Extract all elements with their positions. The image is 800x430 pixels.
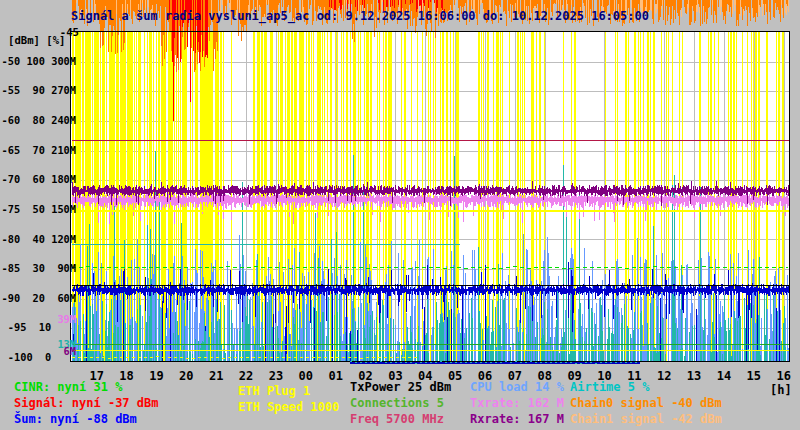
x-axis-unit-label: [h] — [770, 383, 792, 397]
graph-canvas — [0, 0, 800, 430]
y-axis-tick-label: -50 100 300M — [0, 56, 76, 67]
x-axis-tick-label: 00 — [299, 369, 313, 383]
graph-title: Signál a šum radia vysluni_ap5_ac od: 9.… — [71, 9, 649, 23]
x-axis-tick-label: 23 — [269, 369, 283, 383]
y-axis-tick-label: -80 40 120M — [0, 234, 76, 245]
y-axis-units-label: [dBm] [%] — [8, 34, 65, 46]
x-axis-tick-label: 19 — [149, 369, 163, 383]
legend-item: Airtime 5 % — [570, 381, 649, 394]
y-axis-tick-label: -90 20 60M — [0, 293, 76, 304]
legend-item: Signál: nyní -37 dBm — [14, 397, 159, 410]
y-axis-special-label: 39M — [0, 314, 76, 325]
legend-item: TxPower 25 dBm — [350, 381, 451, 394]
y-axis-tick-label: -75 50 150M — [0, 204, 76, 215]
y-axis-tick-label: -65 70 210M — [0, 145, 76, 156]
legend-item: Freq 5700 MHz — [350, 413, 444, 426]
legend-item: Txrate: 162 M — [470, 397, 564, 410]
legend-item: Chain1 signal -42 dBm — [570, 413, 722, 426]
x-axis-tick-label: 12 — [657, 369, 671, 383]
legend-item: CPU load 14 % — [470, 381, 564, 394]
y-axis-tick-label: -60 80 240M — [0, 115, 76, 126]
y-axis-tick-label: -55 90 270M — [0, 85, 76, 96]
x-axis-tick-label: 13 — [687, 369, 701, 383]
y-axis-tick-label: -70 60 180M — [0, 174, 76, 185]
legend-item: Rxrate: 167 M — [470, 413, 564, 426]
x-axis-tick-label: 20 — [179, 369, 193, 383]
x-axis-tick-label: 15 — [747, 369, 761, 383]
x-axis-tick-label: 21 — [209, 369, 223, 383]
x-axis-tick-label: 14 — [717, 369, 731, 383]
legend-item: Chain0 signal -40 dBm — [570, 397, 722, 410]
y-axis-special-label: 6M — [0, 346, 76, 357]
legend-item: Šum: nyní -88 dBm — [14, 413, 137, 426]
x-axis-tick-label: 22 — [239, 369, 253, 383]
legend-item: ETH Speed 1000 — [238, 401, 339, 414]
y-axis-tick-label: -85 30 90M — [0, 263, 76, 274]
legend-item: CINR: nyní 31 % — [14, 381, 122, 394]
x-axis-tick-label: 01 — [328, 369, 342, 383]
x-axis-tick-label: 16 — [776, 369, 790, 383]
legend-item: ETH Plug 1 — [238, 385, 310, 398]
radio-signal-graph-page: Signál a šum radia vysluni_ap5_ac od: 9.… — [0, 0, 800, 430]
legend-item: Connections 5 — [350, 397, 444, 410]
